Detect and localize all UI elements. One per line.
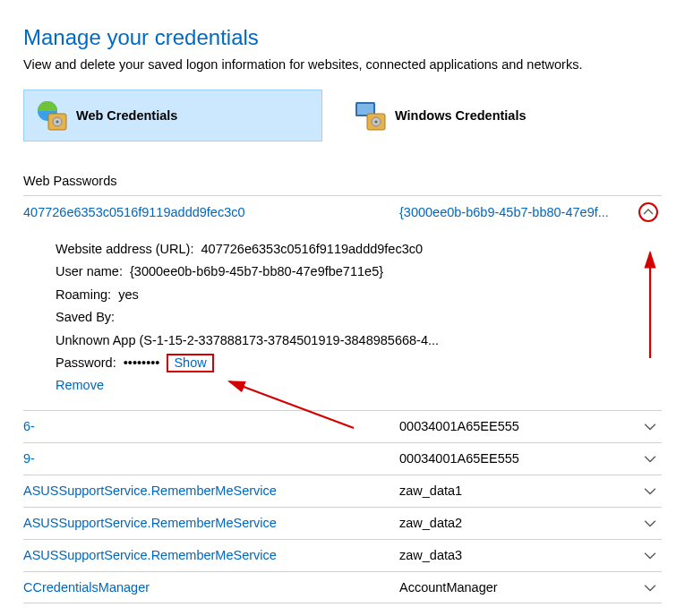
- expand-button[interactable]: [638, 420, 662, 432]
- chevron-down-icon: [638, 581, 662, 594]
- credential-id: ASUSSupportService.RememberMeService: [23, 483, 399, 498]
- password-mask: ••••••••: [124, 355, 160, 370]
- credential-summary: zaw_data3: [399, 548, 638, 562]
- expand-button[interactable]: [638, 452, 662, 465]
- chevron-down-icon: [638, 549, 662, 561]
- savedby-label: Saved By:: [56, 310, 115, 324]
- tab-web-credentials[interactable]: Web Credentials: [23, 90, 322, 141]
- credential-summary: 00034001A65EE555: [399, 419, 638, 433]
- credentials-list: 407726e6353c0516f9119addd9fec3c0 {3000ee…: [23, 195, 662, 603]
- expand-button[interactable]: [638, 581, 662, 594]
- show-password-link[interactable]: Show: [167, 354, 213, 372]
- credential-id: 407726e6353c0516f9119addd9fec3c0: [23, 205, 399, 219]
- svg-point-3: [56, 120, 58, 123]
- tab-label: Windows Credentials: [395, 108, 527, 123]
- credential-row[interactable]: ASUSSupportService.RememberMeService zaw…: [23, 507, 662, 539]
- chevron-up-icon: [638, 202, 658, 222]
- credential-id: 9-: [23, 451, 399, 466]
- credential-id: ASUSSupportService.RememberMeService: [23, 516, 399, 530]
- svg-point-8: [374, 120, 377, 123]
- credential-row[interactable]: ASUSSupportService.RememberMeService zaw…: [23, 539, 662, 571]
- tab-windows-credentials[interactable]: Windows Credentials: [342, 90, 641, 141]
- credential-summary: 00034001A65EE555: [399, 451, 638, 466]
- credential-summary: zaw_data2: [399, 516, 638, 530]
- password-label: Password:: [56, 355, 116, 370]
- chevron-down-icon: [638, 420, 662, 432]
- page-subtitle: View and delete your saved logon informa…: [23, 57, 662, 72]
- chevron-down-icon: [638, 452, 662, 465]
- credential-row[interactable]: 6- 00034001A65EE555: [23, 410, 662, 442]
- website-label: Website address (URL):: [56, 242, 193, 256]
- username-label: User name:: [56, 264, 123, 278]
- credential-summary: AccountManager: [399, 580, 638, 595]
- chevron-down-icon: [638, 517, 662, 529]
- credential-id: ASUSSupportService.RememberMeService: [23, 548, 399, 562]
- globe-vault-icon: [33, 98, 69, 133]
- expand-button[interactable]: [638, 484, 662, 497]
- credential-row[interactable]: 9- 00034001A65EE555: [23, 442, 662, 475]
- roaming-label: Roaming:: [56, 287, 111, 302]
- credential-row[interactable]: CCredentialsManager AccountManager: [23, 571, 662, 603]
- credential-type-tabs: Web Credentials Windows Credentials: [23, 90, 662, 141]
- collapse-button[interactable]: [638, 202, 662, 222]
- credential-id: 6-: [23, 419, 399, 433]
- svg-rect-5: [357, 104, 373, 115]
- tab-label: Web Credentials: [76, 108, 177, 123]
- website-value: 407726e6353c0516f9119addd9fec3c0: [201, 242, 424, 256]
- expand-button[interactable]: [638, 517, 662, 529]
- credential-id: CCredentialsManager: [23, 580, 399, 595]
- pc-vault-icon: [352, 98, 388, 133]
- remove-credential-link[interactable]: Remove: [56, 378, 104, 392]
- section-header-web-passwords: Web Passwords: [23, 174, 662, 188]
- credential-summary: zaw_data1: [399, 483, 638, 498]
- page-title: Manage your credentials: [23, 25, 662, 50]
- credential-details: Website address (URL): 407726e6353c0516f…: [23, 227, 662, 410]
- username-value: {3000ee0b-b6b9-45b7-bb80-47e9fbe711e5}: [130, 264, 383, 278]
- savedby-value: Unknown App (S-1-15-2-337888173-37845019…: [56, 333, 439, 347]
- credential-row[interactable]: ASUSSupportService.RememberMeService zaw…: [23, 475, 662, 507]
- roaming-value: yes: [118, 287, 139, 302]
- credential-guid: {3000ee0b-b6b9-45b7-bb80-47e9f...: [399, 205, 638, 219]
- chevron-down-icon: [638, 484, 662, 497]
- credential-row-expanded[interactable]: 407726e6353c0516f9119addd9fec3c0 {3000ee…: [23, 195, 662, 227]
- expand-button[interactable]: [638, 549, 662, 561]
